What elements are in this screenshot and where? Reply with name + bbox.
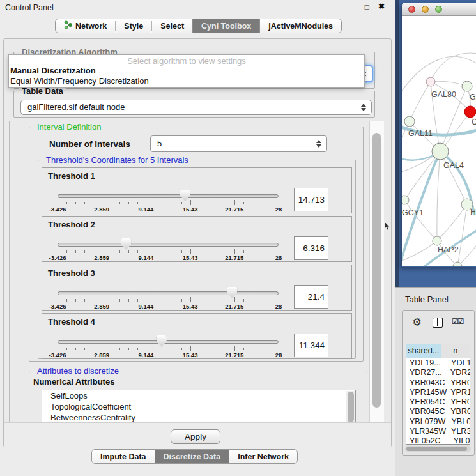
column-header-shared[interactable]: shared... (406, 344, 441, 358)
network-node[interactable] (426, 77, 435, 86)
threshold-value-field[interactable]: 21.4 (294, 285, 328, 309)
table-row[interactable]: YBR043CYBR0 (406, 378, 470, 388)
tab-impute-data[interactable]: Impute Data (92, 450, 155, 463)
table-header-row: shared... n (406, 344, 470, 358)
slider-tick-label: 9.144 (139, 254, 154, 261)
network-desktop-area: GAL80GACGAL11GAL4GCY1HHAP2 (395, 0, 476, 287)
control-panel-titlebar: Control Panel □ ✖ (0, 0, 395, 15)
close-traffic-light-icon[interactable] (408, 6, 415, 13)
table-horizontal-scrollbar-thumb[interactable] (406, 447, 467, 451)
slider-tick (252, 348, 252, 350)
network-node-label: GAL80 (431, 90, 456, 99)
settings-scrollbar-thumb[interactable] (372, 133, 381, 408)
tab-style[interactable]: Style (116, 19, 151, 33)
threshold-value-field[interactable]: 6.316 (294, 236, 328, 260)
network-canvas[interactable]: GAL80GACGAL11GAL4GCY1HHAP2 (402, 16, 476, 266)
threshold-value-field[interactable]: 14.713 (294, 188, 328, 211)
network-node[interactable] (432, 143, 449, 160)
slider-track[interactable] (58, 243, 279, 247)
slider-tick (137, 348, 138, 350)
column-header-name[interactable]: n (441, 344, 470, 358)
apply-button[interactable]: Apply (171, 429, 220, 444)
table-cell: YBL0 (449, 417, 470, 427)
column-layout-icon[interactable] (433, 318, 443, 328)
slider-tick (75, 299, 76, 302)
tab-network[interactable]: Network (56, 19, 115, 33)
tab-select[interactable]: Select (152, 19, 192, 33)
slider-tick (164, 202, 164, 204)
tab-discretize-data[interactable]: Discretize Data (155, 450, 230, 463)
settings-scrollbar[interactable] (369, 121, 384, 423)
minimize-traffic-light-icon[interactable] (422, 6, 429, 13)
table-cell: YDL1 (449, 358, 470, 368)
slider-tick (146, 200, 146, 205)
network-node[interactable] (404, 116, 415, 127)
slider-track[interactable] (58, 194, 279, 198)
table-row[interactable]: YLR345WYLR3 (406, 427, 470, 436)
numerical-attributes-list[interactable]: SelfLoops TopologicalCoefficient Between… (42, 390, 356, 424)
list-item[interactable]: TopologicalCoefficient (42, 401, 355, 412)
table-cell: YBR0 (448, 407, 470, 417)
checkbox-icons[interactable]: ☑☑ (452, 317, 463, 326)
close-icon[interactable]: ✖ (378, 2, 385, 11)
threshold-4-panel: Threshold 4 -3.4262.8599.14415.4321.7152… (42, 313, 352, 359)
slider-tick (164, 299, 164, 302)
table-row[interactable]: YDL19...YDL1 (406, 358, 470, 368)
slider-tick (190, 297, 191, 302)
table-cell: YBR0 (448, 378, 470, 388)
algorithm-option-equal-width[interactable]: Equal Width/Frequency Discretization (9, 76, 364, 86)
network-node[interactable] (462, 81, 472, 91)
table-horizontal-scrollbar[interactable] (405, 446, 471, 452)
algorithm-option-manual[interactable]: Manual Discretization (9, 66, 364, 76)
table-row[interactable]: YIL052CYIL0 (406, 436, 470, 445)
number-of-intervals-spinner[interactable]: 5 (150, 135, 327, 152)
list-scrollbar-thumb[interactable] (348, 392, 354, 422)
algorithm-hint-option[interactable]: Select algorithm to view settings (9, 55, 364, 66)
tab-jactivemnodules[interactable]: jActiveMNodules (260, 19, 341, 33)
table-row[interactable]: YDR27...YDR2 (406, 368, 470, 378)
tab-cyni-toolbox[interactable]: Cyni Toolbox (192, 19, 260, 33)
slider-track[interactable] (58, 291, 279, 295)
float-window-icon[interactable]: □ (365, 3, 369, 12)
algorithm-dropdown-popup: Select algorithm to view settings Manual… (8, 54, 365, 88)
network-node[interactable] (453, 262, 462, 266)
network-node[interactable] (464, 106, 476, 118)
tab-network-label: Network (75, 22, 107, 31)
slider-track[interactable] (58, 340, 279, 344)
numerical-attributes-label: Numerical Attributes (33, 377, 114, 387)
list-item[interactable]: SelfLoops (42, 390, 355, 401)
slider-tick (155, 299, 155, 302)
slider-tick (234, 200, 235, 205)
slider-tick (217, 299, 217, 302)
list-item[interactable]: BetweennessCentrality (42, 412, 355, 423)
threshold-slider[interactable]: -3.4262.8599.14415.4321.71528 (52, 288, 284, 310)
slider-tick (173, 299, 173, 302)
table-row[interactable]: YER054CYER0 (406, 397, 470, 407)
tab-infer-network[interactable]: Infer Network (229, 450, 297, 463)
network-node[interactable] (402, 196, 409, 204)
network-node[interactable] (433, 236, 441, 245)
slider-ticks (52, 200, 284, 206)
slider-tick (279, 297, 279, 302)
threshold-slider[interactable]: -3.4262.8599.14415.4321.71528 (52, 337, 284, 358)
spinner-arrows-icon[interactable] (316, 140, 322, 148)
table-row[interactable]: YBR045CYBR0 (406, 407, 470, 417)
table-row[interactable]: YBL079WYBL0 (406, 417, 470, 427)
slider-tick (93, 202, 93, 204)
table-data-combobox[interactable]: galFiltered.sif default node (20, 100, 372, 115)
gear-icon[interactable]: ⚙ (412, 316, 422, 329)
slider-tick (243, 250, 244, 253)
slider-tick (208, 348, 208, 350)
slider-tick (261, 202, 261, 204)
threshold-slider[interactable]: -3.4262.8599.14415.4321.71528 (52, 191, 284, 213)
network-node-label: HAP2 (438, 245, 459, 254)
threshold-value-field[interactable]: 11.344 (294, 334, 328, 357)
network-window-titlebar[interactable] (402, 3, 476, 16)
list-scrollbar[interactable] (346, 391, 355, 424)
table-row[interactable]: YPR145WYPR1 (406, 388, 470, 397)
zoom-traffic-light-icon[interactable] (435, 6, 442, 13)
slider-tick-label: -3.426 (49, 351, 66, 358)
slider-tick-label: 15.43 (183, 303, 198, 310)
threshold-slider[interactable]: -3.4262.8599.14415.4321.71528 (52, 240, 284, 261)
slider-tick (181, 348, 182, 350)
